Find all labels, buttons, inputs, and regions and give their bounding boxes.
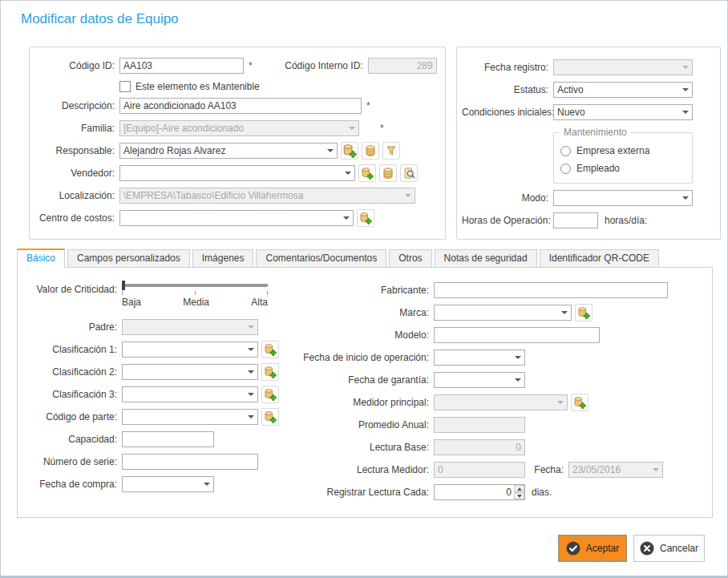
centro-costos-combo[interactable] xyxy=(119,210,354,226)
tab-imagenes[interactable]: Imágenes xyxy=(192,249,254,268)
modelo-label: Modelo: xyxy=(302,329,429,341)
clasificacion2-combo[interactable] xyxy=(122,364,258,380)
centro-costos-add-button[interactable] xyxy=(357,209,374,227)
clasificacion1-combo[interactable] xyxy=(122,342,258,358)
localizacion-combo: \EMPRESA\Tabasco\Edificio Villahermosa xyxy=(119,188,415,204)
database-add-icon xyxy=(264,366,277,378)
clasificacion1-add-button[interactable] xyxy=(261,341,279,358)
vendedor-add-button[interactable] xyxy=(358,164,376,182)
empleado-radio[interactable] xyxy=(560,164,571,174)
accept-icon xyxy=(566,541,580,556)
mantenible-label: Este elemento es Mantenible xyxy=(135,81,260,92)
criticidad-label: Valor de Criticidad: xyxy=(22,284,117,308)
basico-right-column: Fabricante: Marca: Modelo: Fecha de inic… xyxy=(302,282,668,507)
chevron-down-icon xyxy=(248,325,254,329)
marca-add-button[interactable] xyxy=(575,304,593,321)
estatus-combo[interactable]: Activo xyxy=(553,82,693,98)
lectura-base-label: Lectura Base: xyxy=(302,442,429,453)
fabricante-input[interactable] xyxy=(434,282,668,298)
database-add-icon xyxy=(573,396,586,409)
empleado-label: Empleado xyxy=(576,163,620,174)
filter-icon xyxy=(385,144,398,157)
numero-serie-input[interactable] xyxy=(122,454,258,470)
tick-label-media: Media xyxy=(183,297,209,308)
vendedor-combo[interactable] xyxy=(119,165,355,181)
horas-operacion-input[interactable] xyxy=(553,212,598,228)
marca-combo[interactable] xyxy=(434,305,572,321)
aceptar-button[interactable]: Aceptar xyxy=(558,535,627,562)
clasificacion3-combo[interactable] xyxy=(122,386,258,402)
responsable-catalog-button[interactable] xyxy=(362,142,379,160)
search-icon xyxy=(402,167,415,180)
condiciones-combo[interactable]: Nuevo xyxy=(553,104,693,120)
clasificacion2-add-button[interactable] xyxy=(261,363,279,381)
codigo-parte-combo[interactable] xyxy=(122,409,258,425)
modelo-input[interactable] xyxy=(434,327,600,343)
registrar-lectura-label: Registrar Lectura Cada: xyxy=(302,487,429,498)
database-add-icon xyxy=(264,343,277,356)
chevron-down-icon xyxy=(515,378,521,382)
chevron-down-icon xyxy=(405,194,411,197)
chevron-down-icon xyxy=(327,149,334,152)
tab-identificador-qr[interactable]: Identificador QR-CODE xyxy=(540,249,659,268)
descripcion-input[interactable] xyxy=(119,98,362,114)
spinner-down-icon xyxy=(517,495,522,498)
tab-otros[interactable]: Otros xyxy=(389,249,431,268)
tab-basico[interactable]: Básico xyxy=(17,249,65,268)
database-icon xyxy=(364,144,377,157)
registrar-lectura-stepper xyxy=(434,484,525,500)
basico-left-column: Valor de Criticidad: Baja Media Alta Pad… xyxy=(22,282,279,499)
database-add-icon xyxy=(264,410,277,423)
tab-notas-seguridad[interactable]: Notas de seguridad xyxy=(435,249,537,268)
tick-label-baja: Baja xyxy=(122,297,141,308)
tab-bar: Básico Campos personalizados Imágenes Co… xyxy=(17,249,659,268)
chevron-down-icon xyxy=(248,393,254,396)
chevron-down-icon xyxy=(345,172,351,175)
responsable-filter-button[interactable] xyxy=(382,142,400,160)
responsable-combo[interactable]: Alejandro Rojas Alvarez xyxy=(119,143,338,159)
tick-label-alta: Alta xyxy=(251,297,268,308)
page-title: Modificar datos de Equipo xyxy=(21,11,179,27)
chevron-down-icon xyxy=(248,370,254,374)
fecha-inicio-combo[interactable] xyxy=(434,350,525,366)
tab-campos-personalizados[interactable]: Campos personalizados xyxy=(67,249,190,268)
clasificacion3-add-button[interactable] xyxy=(261,386,279,403)
vendedor-label: Vendedor: xyxy=(34,168,115,179)
empresa-externa-radio[interactable] xyxy=(560,146,571,156)
tab-comentarios-documentos[interactable]: Comentarios/Documentos xyxy=(256,249,386,268)
codigo-id-input[interactable] xyxy=(119,58,244,74)
slider-track[interactable] xyxy=(122,284,268,287)
stepper-up-button[interactable] xyxy=(514,485,524,492)
padre-combo xyxy=(122,319,258,335)
capacidad-input[interactable] xyxy=(122,431,214,447)
codigo-parte-add-button[interactable] xyxy=(261,408,279,426)
promedio-anual-input xyxy=(434,417,525,433)
mantenimiento-group: Mantenimiento Empresa externa Empleado xyxy=(553,127,693,184)
fecha-inicio-label: Fecha de inicio de operación: xyxy=(302,352,429,363)
codigo-interno-input xyxy=(368,58,437,74)
cancelar-button[interactable]: Cancelar xyxy=(633,535,705,562)
stepper-down-button[interactable] xyxy=(514,492,524,499)
padre-label: Padre: xyxy=(22,321,117,333)
clasificacion2-label: Clasificación 2: xyxy=(22,366,117,378)
dias-suffix: dias. xyxy=(532,487,552,498)
codigo-interno-label: Código Interno ID: xyxy=(253,60,363,71)
database-add-icon xyxy=(359,212,372,224)
slider-thumb[interactable] xyxy=(122,281,125,290)
mantenible-checkbox[interactable] xyxy=(119,81,131,92)
registrar-lectura-input[interactable] xyxy=(434,484,525,500)
responsable-add-button[interactable] xyxy=(341,142,358,160)
modo-combo[interactable] xyxy=(553,190,693,206)
vendedor-catalog-button[interactable] xyxy=(379,164,397,182)
chevron-down-icon xyxy=(682,196,689,200)
responsable-label: Responsable: xyxy=(34,145,115,156)
medidor-add-button[interactable] xyxy=(571,394,588,411)
fecha-compra-combo[interactable] xyxy=(122,476,214,492)
marca-label: Marca: xyxy=(302,307,429,318)
vendedor-search-button[interactable] xyxy=(400,164,418,182)
localizacion-label: Localización: xyxy=(34,190,115,201)
chevron-down-icon xyxy=(682,88,689,91)
criticidad-slider[interactable]: Baja Media Alta xyxy=(122,282,268,308)
fecha-garantia-combo[interactable] xyxy=(434,372,525,388)
medidor-principal-label: Medidor principal: xyxy=(302,397,429,408)
